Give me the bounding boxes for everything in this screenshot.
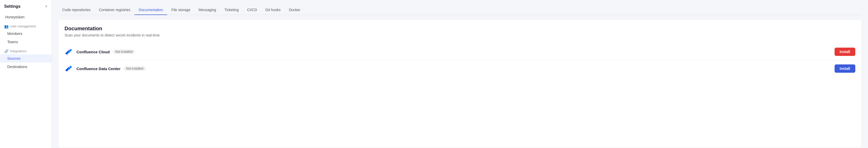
integration-row-confluence-data-center: Confluence Data Center Not installed Ins… (64, 60, 855, 77)
sidebar-item-label: Destinations (7, 65, 27, 69)
confluence-cloud-name: Confluence Cloud (76, 50, 110, 54)
main-content: Code repositories Container registries D… (52, 0, 868, 148)
confluence-data-center-status: Not installed (124, 66, 146, 71)
integration-row-confluence-cloud: Confluence Cloud Not installed Install (64, 43, 855, 60)
confluence-cloud-install-button[interactable]: Install (835, 48, 855, 56)
sidebar-item-label: Sources (7, 57, 21, 61)
tab-ticketing[interactable]: Ticketing (220, 5, 243, 15)
tab-git-hooks[interactable]: Git hooks (261, 5, 285, 15)
sidebar-title: Settings (4, 4, 21, 9)
content-card: Documentation Scan your documents to det… (58, 19, 862, 148)
integration-info: Confluence Cloud Not installed (64, 48, 835, 56)
confluence-cloud-icon (64, 48, 73, 56)
sidebar-item-teams[interactable]: Teams (0, 38, 52, 46)
tab-messaging[interactable]: Messaging (194, 5, 220, 15)
user-management-icon: 👥 (4, 24, 8, 29)
confluence-cloud-status: Not installed (113, 49, 135, 54)
tabs-bar: Code repositories Container registries D… (58, 5, 862, 15)
sidebar-item-members[interactable]: Members (0, 30, 52, 38)
sidebar-item-sources[interactable]: Sources (0, 54, 52, 63)
tab-code-repositories[interactable]: Code repositories (58, 5, 95, 15)
integration-info: Confluence Data Center Not installed (64, 65, 835, 73)
tab-cicd[interactable]: CI/CD (243, 5, 261, 15)
integrations-icon: 🔗 (4, 49, 8, 53)
confluence-data-center-install-button[interactable]: Install (835, 65, 855, 73)
sidebar-item-honeytoken[interactable]: Honeytoken (0, 13, 52, 21)
page-subtitle: Scan your documents to detect secret inc… (64, 33, 855, 37)
sidebar-section-label-text: User management (10, 25, 36, 28)
sidebar-header: Settings × (0, 4, 52, 13)
sidebar-item-destinations[interactable]: Destinations (0, 63, 52, 71)
sidebar: Settings × Honeytoken 👥 User management … (0, 0, 52, 148)
sidebar-item-label: Honeytoken (5, 15, 25, 19)
sidebar-section-user-management: 👥 User management (0, 21, 52, 30)
tab-file-storage[interactable]: File storage (167, 5, 194, 15)
sidebar-item-label: Members (7, 32, 22, 36)
sidebar-section-integrations: 🔗 Integrations (0, 46, 52, 54)
confluence-data-center-name: Confluence Data Center (76, 67, 121, 71)
sidebar-section-label-text: Integrations (10, 49, 26, 53)
tab-documentation[interactable]: Documentation (134, 5, 167, 15)
close-icon[interactable]: × (45, 4, 48, 8)
tab-container-registries[interactable]: Container registries (95, 5, 134, 15)
sidebar-item-label: Teams (7, 40, 18, 44)
confluence-data-center-icon (64, 65, 73, 73)
tab-docker[interactable]: Docker (285, 5, 305, 15)
page-title: Documentation (64, 26, 855, 32)
